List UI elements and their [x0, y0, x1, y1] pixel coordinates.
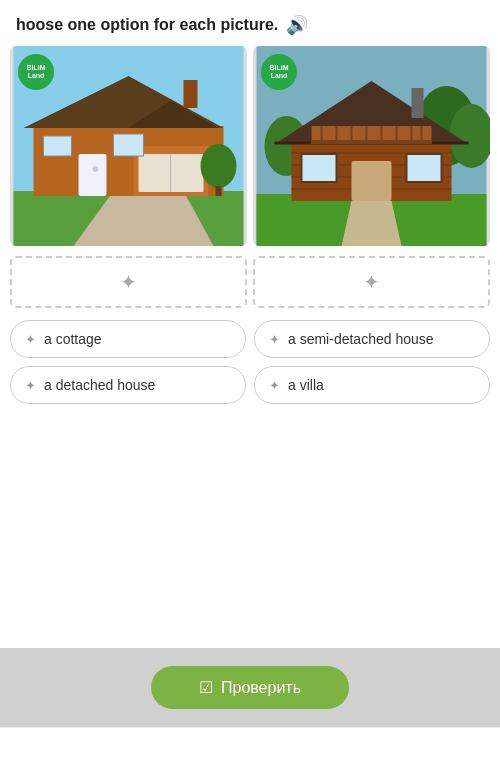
option-label-2: a semi-detached house	[288, 331, 434, 347]
svg-rect-12	[114, 134, 144, 156]
svg-rect-38	[352, 161, 392, 201]
option-label-4: a villa	[288, 377, 324, 393]
drag-icon-1: ✦	[25, 332, 36, 347]
bottom-bar	[0, 727, 500, 777]
option-chip-detached[interactable]: ✦ a detached house	[10, 366, 246, 404]
badge-image2: BiLiMLand	[261, 54, 297, 90]
svg-rect-41	[412, 88, 424, 118]
badge-image1: BiLiMLand	[18, 54, 54, 90]
instruction-text: hoose one option for each picture.	[16, 16, 278, 34]
options-grid: ✦ a cottage ✦ a semi-detached house ✦ a …	[0, 320, 500, 404]
drop-zones-row: ✦ ✦	[0, 256, 500, 308]
check-icon: ☑	[199, 678, 213, 697]
svg-rect-11	[44, 136, 72, 156]
check-button-container: ☑ Проверить	[0, 648, 500, 777]
option-label-1: a cottage	[44, 331, 102, 347]
drop-zone-2-icon: ✦	[363, 270, 380, 294]
svg-rect-29	[312, 140, 432, 144]
drag-icon-3: ✦	[25, 378, 36, 393]
check-button-label: Проверить	[221, 679, 301, 697]
svg-rect-40	[407, 154, 442, 182]
svg-rect-9	[79, 154, 107, 196]
drop-zone-1-icon: ✦	[120, 270, 137, 294]
check-button[interactable]: ☑ Проверить	[151, 666, 349, 709]
svg-point-14	[201, 144, 237, 188]
option-label-3: a detached house	[44, 377, 155, 393]
option-chip-cottage[interactable]: ✦ a cottage	[10, 320, 246, 358]
drop-zone-2[interactable]: ✦	[253, 256, 490, 308]
svg-rect-15	[216, 186, 222, 196]
image-card-1: BiLiMLand	[10, 46, 247, 246]
svg-rect-39	[302, 154, 337, 182]
svg-rect-10	[93, 166, 99, 172]
svg-marker-42	[342, 201, 402, 246]
option-chip-villa[interactable]: ✦ a villa	[254, 366, 490, 404]
option-chip-semi-detached[interactable]: ✦ a semi-detached house	[254, 320, 490, 358]
instruction-bar: hoose one option for each picture. 🔊	[0, 0, 500, 46]
svg-rect-13	[184, 80, 198, 108]
page-container: hoose one option for each picture. 🔊	[0, 0, 500, 777]
drag-icon-4: ✦	[269, 378, 280, 393]
speaker-icon[interactable]: 🔊	[286, 14, 308, 36]
images-row: BiLiMLand	[0, 46, 500, 246]
check-button-wrapper: ☑ Проверить	[0, 648, 500, 727]
drop-zone-1[interactable]: ✦	[10, 256, 247, 308]
image-card-2: BiLiMLand	[253, 46, 490, 246]
drag-icon-2: ✦	[269, 332, 280, 347]
